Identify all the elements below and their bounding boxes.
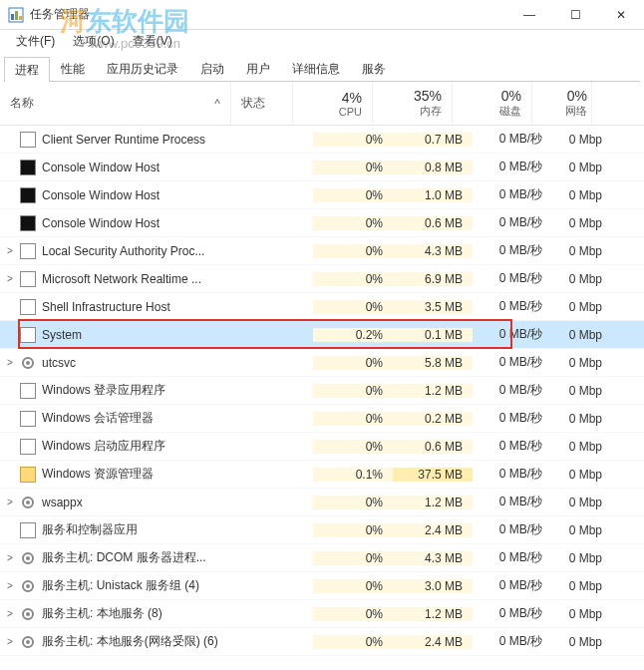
cpu-cell: 0% [313, 300, 393, 314]
tab-启动[interactable]: 启动 [189, 56, 235, 81]
disk-cell: 0 MB/秒 [473, 605, 552, 622]
console-icon [20, 187, 36, 203]
cpu-cell: 0% [313, 551, 393, 565]
cpu-cell: 0% [313, 244, 393, 258]
app-icon [8, 7, 24, 23]
gear-icon [20, 578, 36, 594]
cpu-label: CPU [339, 106, 362, 118]
expand-toggle[interactable]: > [0, 552, 20, 563]
close-button[interactable]: ✕ [598, 0, 644, 30]
app-icon [20, 327, 36, 343]
net-cell: 0 Mbp [552, 328, 604, 342]
mem-cell: 0.7 MB [393, 133, 473, 147]
disk-cell: 0 MB/秒 [473, 354, 552, 371]
mem-total: 35% [414, 88, 442, 104]
minimize-button[interactable]: — [506, 0, 552, 30]
maximize-button[interactable]: ☐ [552, 0, 598, 30]
process-name: 服务主机: DCOM 服务器进程... [42, 549, 251, 566]
column-disk[interactable]: 0% 磁盘 [453, 82, 532, 125]
expand-toggle[interactable]: > [0, 273, 20, 284]
process-row[interactable]: 服务和控制器应用0%2.4 MB0 MB/秒0 Mbp [0, 516, 644, 544]
process-row[interactable]: Shell Infrastructure Host0%3.5 MB0 MB/秒0… [0, 293, 644, 321]
process-row[interactable]: Console Window Host0%0.6 MB0 MB/秒0 Mbp [0, 209, 644, 237]
menu-view[interactable]: 查看(V) [125, 31, 180, 52]
net-cell: 0 Mbp [552, 216, 604, 230]
process-row[interactable]: >Microsoft Network Realtime ...0%6.9 MB0… [0, 265, 644, 293]
app-icon [20, 271, 36, 287]
tab-进程[interactable]: 进程 [4, 57, 50, 82]
tab-性能[interactable]: 性能 [50, 56, 96, 81]
cpu-cell: 0% [313, 133, 393, 147]
gear-icon [20, 355, 36, 371]
disk-cell: 0 MB/秒 [473, 214, 552, 231]
process-row[interactable]: >wsappx0%1.2 MB0 MB/秒0 Mbp [0, 489, 644, 516]
menu-file[interactable]: 文件(F) [8, 31, 63, 52]
process-row[interactable]: >服务主机: Unistack 服务组 (4)0%3.0 MB0 MB/秒0 M… [0, 572, 644, 600]
svg-point-13 [26, 612, 30, 616]
svg-point-7 [26, 501, 30, 504]
mem-cell: 0.8 MB [393, 161, 473, 174]
cpu-cell: 0% [313, 440, 393, 454]
disk-total: 0% [501, 88, 521, 104]
process-row[interactable]: Client Server Runtime Process0%0.7 MB0 M… [0, 126, 644, 154]
app-icon [20, 243, 36, 259]
expand-toggle[interactable]: > [0, 636, 20, 647]
net-cell: 0 Mbp [552, 607, 604, 621]
tab-用户[interactable]: 用户 [235, 56, 281, 81]
mem-cell: 0.6 MB [393, 440, 473, 454]
process-name: Local Security Authority Proc... [42, 244, 251, 258]
process-name: Windows 登录应用程序 [42, 382, 251, 399]
svg-point-9 [26, 556, 30, 560]
process-row[interactable]: >服务主机: 本地服务(网络受限) (6)0%2.4 MB0 MB/秒0 Mbp [0, 628, 644, 656]
expand-toggle[interactable]: > [0, 580, 20, 591]
net-cell: 0 Mbp [552, 244, 604, 258]
process-row[interactable]: >Local Security Authority Proc...0%4.3 M… [0, 237, 644, 265]
column-cpu[interactable]: 4% CPU [293, 82, 373, 125]
mem-cell: 0.6 MB [393, 216, 473, 230]
disk-cell: 0 MB/秒 [473, 466, 552, 483]
mem-cell: 4.3 MB [393, 244, 473, 258]
svg-rect-1 [11, 14, 14, 20]
app-icon [20, 132, 36, 148]
disk-cell: 0 MB/秒 [473, 438, 552, 455]
mem-cell: 3.5 MB [393, 300, 473, 314]
process-list[interactable]: Client Server Runtime Process0%0.7 MB0 M… [0, 126, 644, 670]
tab-应用历史记录[interactable]: 应用历史记录 [96, 56, 189, 81]
expand-toggle[interactable]: > [0, 357, 20, 368]
process-name: Windows 资源管理器 [42, 466, 251, 483]
column-name[interactable]: 名称 ^ [0, 82, 231, 125]
cpu-cell: 0.2% [313, 328, 393, 342]
tab-详细信息[interactable]: 详细信息 [281, 56, 351, 81]
cpu-cell: 0% [313, 496, 393, 509]
gear-icon [20, 495, 36, 510]
column-network[interactable]: 0% 网络 [532, 82, 592, 125]
tab-服务[interactable]: 服务 [351, 56, 397, 81]
mem-cell: 2.4 MB [393, 523, 473, 537]
column-status[interactable]: 状态 [231, 82, 293, 125]
column-memory[interactable]: 35% 内存 [373, 82, 453, 125]
process-row[interactable]: Console Window Host0%1.0 MB0 MB/秒0 Mbp [0, 181, 644, 209]
window-title: 任务管理器 [30, 6, 506, 23]
expand-toggle[interactable]: > [0, 608, 20, 619]
process-row[interactable]: Windows 登录应用程序0%1.2 MB0 MB/秒0 Mbp [0, 377, 644, 405]
process-name: 服务主机: 本地服务(网络受限) (6) [42, 633, 251, 650]
process-row[interactable]: Windows 会话管理器0%0.2 MB0 MB/秒0 Mbp [0, 405, 644, 433]
disk-cell: 0 MB/秒 [473, 577, 552, 594]
app-icon [20, 299, 36, 315]
menu-options[interactable]: 选项(O) [65, 31, 122, 52]
mem-cell: 1.2 MB [393, 496, 473, 509]
disk-cell: 0 MB/秒 [473, 131, 552, 148]
process-row[interactable]: >utcsvc0%5.8 MB0 MB/秒0 Mbp [0, 349, 644, 377]
process-row[interactable]: >服务主机: 本地服务 (8)0%1.2 MB0 MB/秒0 Mbp [0, 600, 644, 628]
process-name: 服务主机: Unistack 服务组 (4) [42, 577, 251, 594]
cpu-cell: 0% [313, 272, 393, 286]
expand-toggle[interactable]: > [0, 245, 20, 256]
process-row[interactable]: >服务主机: DCOM 服务器进程...0%4.3 MB0 MB/秒0 Mbp [0, 544, 644, 572]
process-row[interactable]: Console Window Host0%0.8 MB0 MB/秒0 Mbp [0, 154, 644, 181]
process-row[interactable]: Windows 启动应用程序0%0.6 MB0 MB/秒0 Mbp [0, 433, 644, 461]
process-row[interactable]: Windows 资源管理器0.1%37.5 MB0 MB/秒0 Mbp [0, 461, 644, 489]
process-row[interactable]: System0.2%0.1 MB0 MB/秒0 Mbp [0, 321, 644, 349]
svg-point-11 [26, 584, 30, 588]
console-icon [20, 160, 36, 175]
expand-toggle[interactable]: > [0, 497, 20, 507]
